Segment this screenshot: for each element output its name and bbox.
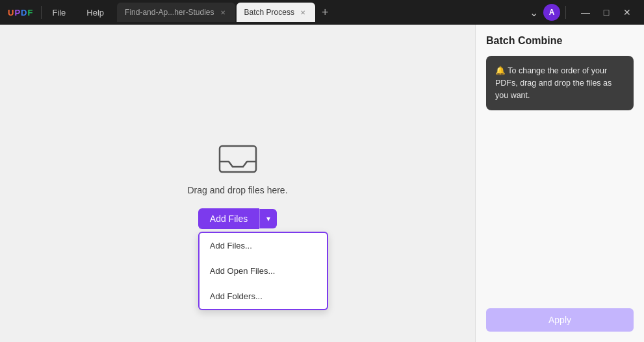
apply-btn-wrapper: Apply xyxy=(486,308,634,332)
maximize-button[interactable]: □ xyxy=(597,3,615,21)
dropdown-arrow-icon: ▾ xyxy=(266,214,270,223)
close-button[interactable]: ✕ xyxy=(618,3,636,21)
apply-button[interactable]: Apply xyxy=(486,308,634,332)
drop-text: Drag and drop files here. xyxy=(187,185,287,195)
tab-close-find[interactable]: ✕ xyxy=(218,8,227,17)
user-avatar[interactable]: A xyxy=(543,4,560,21)
titlebar: UPDF File Help Find-and-Ap...her-Studies… xyxy=(0,0,644,25)
add-files-dropdown-menu: Add Files... Add Open Files... Add Folde… xyxy=(198,232,328,310)
drop-area: Drag and drop files here. Add Files ▾ Ad… xyxy=(0,25,475,342)
tab-label-batch: Batch Process xyxy=(244,8,294,17)
tabs-overflow-button[interactable]: ⌄ xyxy=(524,6,543,19)
right-panel: Batch Combine 🔔 To change the order of y… xyxy=(475,25,644,342)
svg-rect-0 xyxy=(220,146,256,172)
titlebar-menu: File Help xyxy=(42,0,114,25)
info-text: To change the order of your PDFs, drag a… xyxy=(495,66,612,100)
drop-icon xyxy=(217,138,259,175)
menu-help[interactable]: Help xyxy=(76,0,114,25)
main-content: Drag and drop files here. Add Files ▾ Ad… xyxy=(0,25,644,342)
window-controls: — □ ✕ xyxy=(569,3,644,21)
logo: UPDF xyxy=(0,8,41,18)
add-files-button[interactable]: Add Files xyxy=(198,208,259,229)
tabs-area: Find-and-Ap...her-Studies ✕ Batch Proces… xyxy=(114,3,524,22)
info-box: 🔔 To change the order of your PDFs, drag… xyxy=(486,56,634,110)
info-icon: 🔔 xyxy=(495,66,506,75)
right-panel-title: Batch Combine xyxy=(486,35,634,47)
tab-close-batch[interactable]: ✕ xyxy=(298,8,307,17)
avatar-divider xyxy=(565,6,566,19)
minimize-button[interactable]: — xyxy=(576,3,595,21)
tab-label-find: Find-and-Ap...her-Studies xyxy=(125,8,214,17)
dropdown-item-add-open-files[interactable]: Add Open Files... xyxy=(200,258,327,284)
menu-file[interactable]: File xyxy=(42,0,76,25)
dropdown-item-add-folders[interactable]: Add Folders... xyxy=(200,284,327,309)
add-files-container: Add Files ▾ Add Files... Add Open Files.… xyxy=(198,208,277,229)
add-files-dropdown-toggle[interactable]: ▾ xyxy=(259,209,277,228)
logo-text: UPDF xyxy=(8,8,33,18)
tab-batch-process[interactable]: Batch Process ✕ xyxy=(237,3,315,22)
dropdown-item-add-files[interactable]: Add Files... xyxy=(200,233,327,258)
tab-find-and-ap[interactable]: Find-and-Ap...her-Studies ✕ xyxy=(117,3,235,22)
tab-add-button[interactable]: + xyxy=(316,3,334,22)
